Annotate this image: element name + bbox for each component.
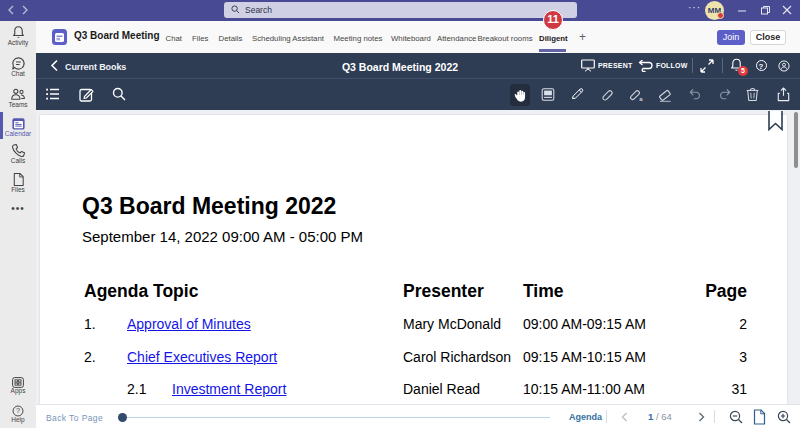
svg-text:a: a xyxy=(639,96,643,102)
svg-text:?: ? xyxy=(16,406,20,415)
